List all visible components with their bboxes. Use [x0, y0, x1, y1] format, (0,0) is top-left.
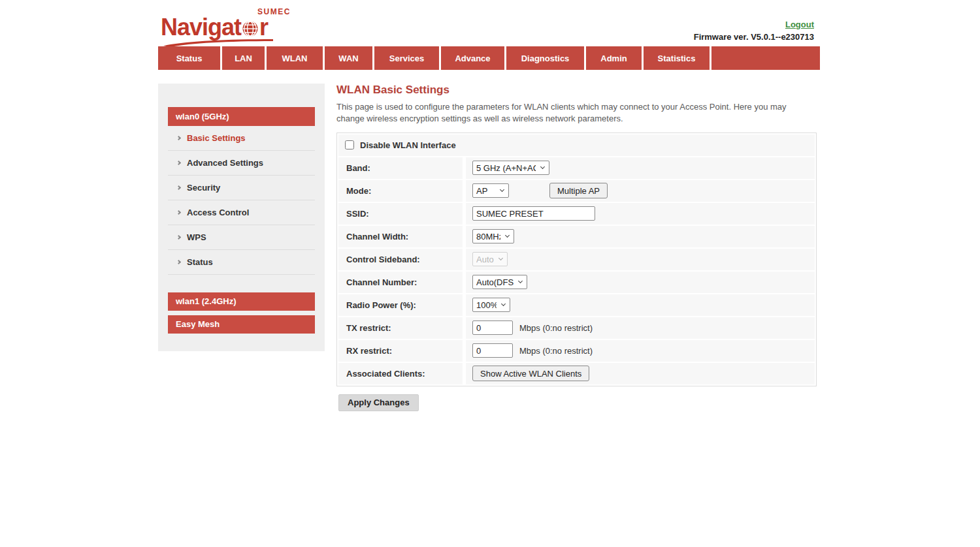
brand-navigator-left: Navigat [161, 16, 241, 39]
band-select-wrap: 5 GHz (A+N+AC) [472, 161, 549, 175]
chevron-right-icon [176, 161, 181, 165]
sidebar-item-label: Status [187, 257, 213, 267]
brand-navigator-text: Navigat r [161, 16, 298, 39]
form-row-mode: Mode: AP Multiple AP [338, 180, 815, 202]
channel-width-cell: 80MHz [466, 226, 815, 247]
disable-wlan-cell: Disable WLAN Interface [338, 134, 815, 156]
control-sideband-select-wrap: Auto [472, 252, 508, 266]
form-row-disable: Disable WLAN Interface [338, 134, 815, 156]
firmware-version: Firmware ver. V5.0.1--e230713 [694, 32, 814, 42]
form-row-channel-width: Channel Width: 80MHz [338, 226, 815, 247]
sidebar-item-advanced-settings[interactable]: Advanced Settings [168, 151, 315, 176]
form-row-control-sideband: Control Sideband: Auto [338, 249, 815, 270]
sidebar-item-status[interactable]: Status [168, 250, 315, 275]
rx-restrict-input[interactable] [472, 343, 513, 358]
sidebar-header-wlan0[interactable]: wlan0 (5GHz) [168, 107, 315, 126]
channel-width-select[interactable]: 80MHz [472, 229, 514, 243]
radio-power-select-wrap: 100% [472, 298, 510, 312]
rx-restrict-label: RX restrict: [338, 340, 463, 362]
channel-number-label: Channel Number: [338, 272, 463, 293]
radio-power-cell: 100% [466, 294, 815, 316]
nav-tab-status[interactable]: Status [158, 46, 220, 70]
sidebar-item-label: Basic Settings [187, 133, 246, 143]
channel-number-select-wrap: Auto(DFS) [472, 275, 527, 289]
disable-wlan-label: Disable WLAN Interface [360, 140, 456, 150]
sidebar-item-wps[interactable]: WPS [168, 225, 315, 250]
page-title: WLAN Basic Settings [336, 84, 817, 97]
control-sideband-cell: Auto [466, 249, 815, 270]
chevron-right-icon [176, 185, 181, 190]
mode-select-wrap: AP [472, 183, 509, 198]
ssid-input[interactable] [472, 206, 595, 221]
channel-width-select-wrap: 80MHz [472, 229, 514, 243]
tx-restrict-suffix: Mbps (0:no restrict) [519, 323, 593, 333]
ssid-cell [466, 203, 815, 225]
chevron-right-icon [176, 235, 181, 240]
disable-wlan-checkbox[interactable] [345, 140, 354, 149]
rx-restrict-suffix: Mbps (0:no restrict) [519, 346, 593, 356]
globe-icon [242, 20, 259, 37]
tx-restrict-input[interactable] [472, 320, 513, 335]
sidebar-item-label: Advanced Settings [187, 158, 263, 168]
control-sideband-label: Control Sideband: [338, 249, 463, 270]
form-row-channel-number: Channel Number: Auto(DFS) [338, 272, 815, 293]
form-row-associated-clients: Associated Clients: Show Active WLAN Cli… [338, 363, 815, 384]
sidebar-item-label: Access Control [187, 208, 249, 217]
chevron-right-icon [176, 210, 181, 215]
nav-tab-advance[interactable]: Advance [441, 46, 504, 70]
mode-cell: AP Multiple AP [466, 180, 815, 202]
logout-link[interactable]: Logout [785, 20, 814, 29]
nav-tab-wan[interactable]: WAN [325, 46, 372, 70]
form-row-radio-power: Radio Power (%): 100% [338, 294, 815, 316]
brand-logo: SUMEC Navigat r [161, 8, 298, 47]
nav-tab-statistics[interactable]: Statistics [644, 46, 710, 70]
chevron-right-icon [176, 136, 181, 140]
show-active-wlan-clients-button[interactable]: Show Active WLAN Clients [472, 366, 589, 381]
form-row-tx-restrict: TX restrict: Mbps (0:no restrict) [338, 317, 815, 339]
mode-label: Mode: [338, 180, 463, 202]
band-cell: 5 GHz (A+N+AC) [466, 157, 815, 179]
rx-restrict-cell: Mbps (0:no restrict) [466, 340, 815, 362]
brand-navigator-right: r [259, 16, 268, 39]
tx-restrict-label: TX restrict: [338, 317, 463, 339]
radio-power-label: Radio Power (%): [338, 294, 463, 316]
band-select[interactable]: 5 GHz (A+N+AC) [472, 161, 549, 175]
ssid-label: SSID: [338, 203, 463, 225]
sidebar-item-basic-settings[interactable]: Basic Settings [168, 126, 315, 151]
multiple-ap-button[interactable]: Multiple AP [549, 183, 608, 198]
channel-number-cell: Auto(DFS) [466, 272, 815, 293]
form-row-rx-restrict: RX restrict: Mbps (0:no restrict) [338, 340, 815, 362]
form-row-band: Band: 5 GHz (A+N+AC) [338, 157, 815, 179]
apply-changes-button[interactable]: Apply Changes [338, 394, 419, 411]
header-right: Logout Firmware ver. V5.0.1--e230713 [694, 18, 814, 42]
main-content: WLAN Basic Settings This page is used to… [336, 84, 817, 411]
associated-clients-cell: Show Active WLAN Clients [466, 363, 815, 384]
tx-restrict-cell: Mbps (0:no restrict) [466, 317, 815, 339]
associated-clients-label: Associated Clients: [338, 363, 463, 384]
control-sideband-select: Auto [472, 252, 508, 266]
top-nav: Status LAN WLAN WAN Services Advance Dia… [158, 46, 820, 70]
sidebar-item-security[interactable]: Security [168, 176, 315, 200]
mode-select[interactable]: AP [472, 183, 509, 198]
sidebar-item-access-control[interactable]: Access Control [168, 200, 315, 225]
page-description: This page is used to configure the param… [336, 101, 808, 125]
sidebar-item-label: Security [187, 183, 220, 193]
band-label: Band: [338, 157, 463, 179]
sidebar-header-wlan1[interactable]: wlan1 (2.4GHz) [168, 292, 315, 311]
sidebar-item-label: WPS [187, 232, 206, 242]
nav-tab-diagnostics[interactable]: Diagnostics [506, 46, 584, 70]
channel-width-label: Channel Width: [338, 226, 463, 247]
nav-tab-wlan[interactable]: WLAN [267, 46, 323, 70]
chevron-right-icon [176, 260, 181, 264]
wlan-settings-form: Disable WLAN Interface Band: 5 GHz (A+N+… [336, 133, 817, 386]
channel-number-select[interactable]: Auto(DFS) [472, 275, 527, 289]
sidebar: wlan0 (5GHz) Basic Settings Advanced Set… [158, 84, 325, 351]
sidebar-header-easy-mesh[interactable]: Easy Mesh [168, 315, 315, 334]
nav-tab-services[interactable]: Services [374, 46, 439, 70]
nav-tab-lan[interactable]: LAN [222, 46, 265, 70]
radio-power-select[interactable]: 100% [472, 298, 510, 312]
nav-filler [711, 46, 820, 70]
nav-tab-admin[interactable]: Admin [586, 46, 642, 70]
form-row-ssid: SSID: [338, 203, 815, 225]
